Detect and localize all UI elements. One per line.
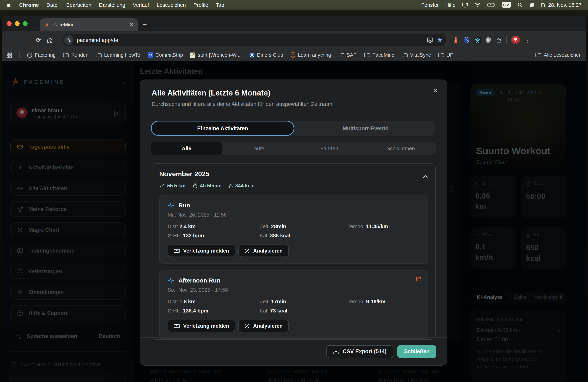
activity-pulse-icon (168, 202, 174, 208)
filter-schwimmen[interactable]: Schwimmen (365, 142, 436, 155)
flame-icon (526, 232, 530, 237)
bookmark-folder-learning-howto[interactable]: Learning HowTo (96, 52, 140, 58)
sidebar-item-magic-chart[interactable]: Magic Chart (10, 222, 126, 237)
collapse-month-icon[interactable] (423, 175, 428, 178)
menubar-item-lesezeichen[interactable]: Lesezeichen (157, 2, 186, 8)
sidebar-item-trainingsheatmap[interactable]: Trainingsheatmap (10, 243, 126, 258)
language-value[interactable]: Deutsch (99, 333, 120, 339)
modal-close-icon[interactable]: ✕ (433, 87, 438, 94)
bookmark-factoring[interactable]: Factoring (27, 52, 56, 58)
zoom-window-button[interactable] (23, 21, 28, 26)
bookmark-folder-up[interactable]: UP! (438, 52, 455, 58)
lighthouse-extension-icon[interactable] (453, 37, 459, 43)
chevron-right-icon[interactable]: › (558, 327, 560, 333)
bookmark-diners-club[interactable]: Diners Club (249, 52, 283, 58)
support-link[interactable]: PACEMIND UNTERSTÜTZEN (10, 362, 126, 368)
bookmark-star-icon[interactable]: ★ (437, 36, 442, 43)
menubar-item-hilfe[interactable]: Hilfe (445, 2, 456, 8)
wifi-icon[interactable] (474, 2, 481, 7)
sidebar-item-tagespass[interactable]: Tagespass aktiv (10, 139, 126, 154)
site-settings-icon[interactable] (64, 35, 74, 45)
forward-button[interactable]: → (19, 36, 30, 43)
all-bookmarks-folder[interactable]: Alle Lesezeichen (535, 52, 582, 58)
close-modal-button[interactable]: Schließen (397, 345, 436, 358)
bookmark-folder-pacemind[interactable]: PaceMind (364, 52, 394, 58)
apps-grid-icon[interactable] (6, 52, 12, 58)
url-text[interactable]: pacemind.app/de (77, 37, 423, 43)
filter-alle[interactable]: Alle (151, 142, 222, 155)
tab-splits[interactable]: Splits (511, 294, 528, 300)
bookmark-folder-kunden[interactable]: Kunden (63, 52, 88, 58)
home-button[interactable] (46, 37, 58, 43)
menubar-item-bearbeiten[interactable]: Bearbeiten (66, 2, 91, 8)
install-app-icon[interactable] (426, 37, 433, 43)
sidebar-item-hilfe-support[interactable]: ? Hilfe & Support (10, 305, 126, 321)
menubar-item-chrome[interactable]: Chrome (19, 2, 39, 8)
logout-icon[interactable] (114, 110, 120, 116)
bookmark-commitstrip[interactable]: CS CommitStrip (147, 52, 183, 58)
report-injury-button[interactable]: Verletzung melden (168, 320, 235, 332)
activity-card-afternoon-run[interactable]: Afternoon Run So., Nov. 23, 2025 - 17:58… (159, 270, 428, 339)
user-avatar (16, 108, 28, 119)
privacy-shield-extension-icon[interactable] (485, 37, 491, 43)
analyze-button[interactable]: Analysieren (238, 320, 289, 332)
menubar-item-profile[interactable]: Profile (193, 2, 208, 8)
menubar-item-fenster[interactable]: Fenster (421, 2, 439, 8)
stat-pace: PA… 0.1km/h (470, 227, 516, 269)
activity-hero-card[interactable]: Swim 11. Okt. 2025 •09:43 Suunto Workout… (470, 84, 567, 171)
menubar-item-darstellung[interactable]: Darstellung (99, 2, 126, 8)
percent-shield-extension-icon[interactable]: % (463, 37, 470, 43)
hidden-column-sliver: 3 il (446, 84, 460, 340)
report-injury-button[interactable]: Verletzung melden (168, 245, 235, 257)
tab-multisport-events[interactable]: Multisport-Events (294, 121, 436, 136)
analyze-button[interactable]: Analysieren (238, 245, 289, 257)
close-window-button[interactable] (7, 21, 12, 26)
display-mirroring-icon[interactable] (462, 2, 468, 7)
bookmark-folder-vitalsync[interactable]: VitalSync (402, 52, 431, 58)
filter-laeufe[interactable]: Läufe (222, 142, 294, 155)
external-link-icon[interactable] (415, 276, 421, 282)
back-button[interactable]: ← (6, 36, 17, 43)
reload-button[interactable]: ⟳ (33, 36, 44, 44)
apple-icon[interactable] (6, 2, 12, 8)
csv-export-button[interactable]: CSV Export (514) (326, 345, 393, 358)
browser-tab[interactable]: PaceMind ✕ (40, 18, 138, 31)
address-bar[interactable]: pacemind.app/de ★ (63, 34, 446, 46)
modal-subtitle: Durchsuche und filtere alle deine Aktivi… (140, 97, 447, 107)
minimize-window-button[interactable] (15, 21, 20, 26)
sidebar-item-aktivitaetsberichte[interactable]: Aktivitätsberichte (10, 160, 126, 175)
activity-card-run[interactable]: Run Mi., Nov. 26, 2025 - 11:56 Dist: 2.4… (159, 195, 428, 264)
spotlight-search-icon[interactable] (517, 2, 523, 7)
sidebar-item-meine-rekorde[interactable]: Meine Rekorde (10, 201, 126, 217)
filter-fahrten[interactable]: Fahrten (294, 142, 365, 155)
activity-stats-grid: DI… 0.06km DA… 50:00 PA… 0.1km/h KA… 650… (470, 176, 567, 269)
tab-vertikalprofil[interactable]: Vertikalprofil (532, 294, 564, 300)
browser-menu-icon[interactable]: ⋮ (525, 36, 531, 43)
sidebar-collapse-icon[interactable]: ‹ (124, 78, 126, 85)
bookmark-learn-anything[interactable]: Learn anything (290, 52, 331, 58)
react-devtools-extension-icon[interactable] (474, 37, 481, 43)
tab-einzelne-aktivitaeten[interactable]: Einzelne Aktivitäten (151, 121, 294, 136)
menubar-item-tab[interactable]: Tab (216, 2, 224, 8)
menubar-item-datei[interactable]: Datei (46, 2, 59, 8)
tab-ki-analyse[interactable]: KI-Analyse (472, 293, 507, 301)
bookmark-start-wrehcon[interactable]: start [Wrehcon-Wi... (190, 52, 242, 58)
tab-close-icon[interactable]: ✕ (130, 22, 134, 28)
control-center-icon[interactable] (529, 2, 534, 7)
sidebar-item-einstellungen[interactable]: Einstellungen (10, 285, 126, 300)
analysis-card[interactable]: DEINE ANALYSE Distanz: 0.06 km · › Dauer… (470, 310, 567, 381)
battery-icon[interactable] (487, 3, 495, 7)
sidebar-item-alle-aktivitaeten[interactable]: Alle Aktivitäten (10, 181, 126, 196)
browser-window: PaceMind ✕ ＋ ← → ⟳ pacemind.app/de (1, 16, 587, 382)
sidebar-item-partial[interactable] (10, 374, 126, 382)
menubar-item-verlauf[interactable]: Verlauf (133, 2, 149, 8)
qz-app-icon[interactable]: QZ (502, 2, 511, 8)
language-selector[interactable]: xA Sprache auswählen Deutsch (10, 328, 126, 344)
browser-profile-avatar[interactable] (511, 36, 520, 44)
user-card[interactable]: elmar braun Tagespass (noch 17h) (10, 102, 126, 124)
menubar-clock[interactable]: Fr. 28. Nov. 18:27 (541, 2, 582, 8)
sidebar-item-verletzungen[interactable]: Verletzungen (10, 264, 126, 279)
extensions-puzzle-icon[interactable] (496, 37, 502, 43)
bookmark-folder-sap[interactable]: SAP (338, 52, 357, 58)
new-tab-button[interactable]: ＋ (142, 20, 148, 29)
